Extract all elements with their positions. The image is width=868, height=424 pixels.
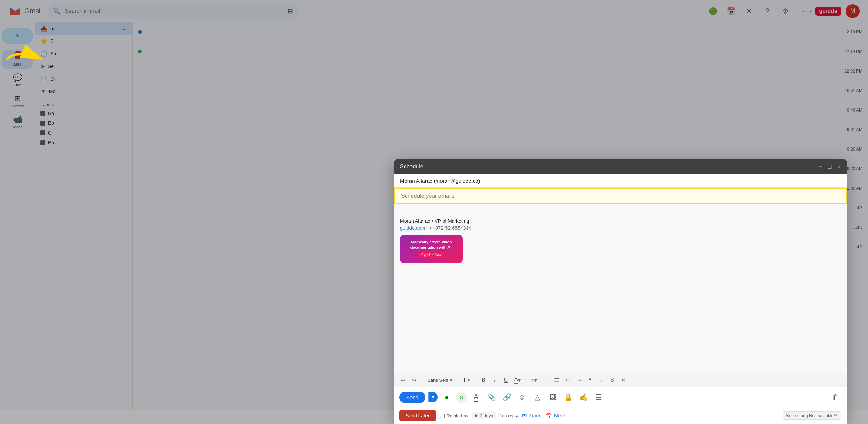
strikethrough-btn[interactable]: S (607, 375, 617, 385)
italic-btn[interactable]: I (490, 375, 500, 385)
remind-days[interactable]: in 2 days (472, 412, 496, 419)
blockquote-btn[interactable]: ❝ (585, 375, 595, 385)
sig-img-text: Magically create video documentation wit… (403, 240, 459, 250)
modal-close-btn[interactable]: × (837, 163, 841, 171)
underline-btn[interactable]: U (501, 375, 511, 385)
modal-header: Schedule − □ × (394, 159, 847, 174)
action-bar: Send ▾ ● G A 📎 🔗 ☺ △ 🖼 🔒 ✍ ☰ ⋮ 🗑 (394, 387, 847, 407)
more-options-btn[interactable]: ⋮ (608, 391, 620, 403)
sign-btn[interactable]: ✍ (577, 391, 590, 403)
bulleted-list-btn[interactable]: ☰ (552, 375, 561, 385)
bold-btn[interactable]: B (479, 375, 489, 385)
signature-separator: -- (400, 210, 841, 215)
bg-color-btn[interactable]: A (470, 391, 482, 403)
grammarly-btn[interactable]: G (456, 392, 467, 403)
font-size-select[interactable]: TT ▾ (456, 376, 473, 385)
redo-btn[interactable]: ↪ (409, 375, 419, 385)
remind-me-checkbox[interactable] (440, 414, 445, 418)
align-btn[interactable]: ≡▾ (529, 375, 539, 385)
text-color-btn[interactable]: A▾ (512, 375, 523, 385)
meet-footer-btn[interactable]: 📅 Meet (545, 412, 565, 419)
modal-body[interactable]: -- Moran Altarac • VP of Marketing guidd… (394, 204, 847, 373)
modal-controls: − □ × (818, 163, 841, 171)
send-dropdown-btn[interactable]: ▾ (428, 392, 438, 402)
track-btn[interactable]: ✉ Track (522, 412, 541, 419)
undo-btn[interactable]: ↩ (398, 375, 408, 385)
subject-input[interactable] (394, 188, 847, 204)
track-icon: ✉ (522, 412, 527, 419)
remind-label: Remind me (447, 413, 470, 418)
fmt-divider-3 (526, 377, 526, 384)
font-family-select[interactable]: Sans Serif ▾ (425, 376, 455, 384)
guidde-action-btn[interactable]: ● (440, 391, 453, 403)
if-no-reply-label: if no reply (498, 413, 518, 418)
meet-icon-footer: 📅 (545, 412, 552, 419)
sig-signup-btn[interactable]: Sign Up Now (418, 252, 445, 258)
delete-btn[interactable]: 🗑 (829, 391, 841, 403)
attachment-btn[interactable]: 📎 (485, 391, 498, 403)
modal-to-field: Moran Altarac (moran@guidde.co) (394, 174, 847, 188)
drive-btn[interactable]: △ (531, 391, 544, 403)
modal-title: Schedule (400, 164, 423, 170)
signature-banner: Magically create video documentation wit… (400, 235, 463, 263)
link-btn[interactable]: 🔗 (500, 391, 513, 403)
remind-me-section: Remind me in 2 days if no reply (440, 412, 518, 419)
arrow-annotation (3, 45, 45, 73)
modal-maximize-btn[interactable]: □ (828, 163, 832, 171)
photo-btn[interactable]: 🖼 (546, 391, 559, 403)
boomerang-badge: Boomerang Responsable™ (783, 411, 841, 420)
numbered-list-btn[interactable]: ≡ (541, 375, 550, 385)
meet-label: Meet (554, 413, 565, 418)
fmt-divider-1 (422, 377, 422, 384)
signature-website[interactable]: guidde.com (400, 225, 425, 231)
footer-bar: Send Later Remind me in 2 days if no rep… (394, 407, 847, 424)
survey-btn[interactable]: ☰ (592, 391, 605, 403)
to-value: Moran Altarac (moran@guidde.co) (400, 178, 480, 184)
font-size-chevron: ▾ (468, 378, 470, 383)
lock-btn[interactable]: 🔒 (562, 391, 574, 403)
chevron-down-icon: ▾ (450, 378, 452, 383)
line-spacing-btn[interactable]: ↕ (596, 375, 606, 385)
send-button[interactable]: Send (399, 392, 425, 403)
compose-modal: Schedule − □ × Moran Altarac (moran@guid… (394, 159, 847, 424)
signature-phone: • +972-52-6554344 (429, 225, 471, 231)
remove-formatting-btn[interactable]: ✕ (619, 375, 628, 385)
indent-less-btn[interactable]: ⇐ (563, 375, 573, 385)
track-label: Track (529, 413, 541, 418)
formatting-toolbar: ↩ ↪ Sans Serif ▾ TT ▾ B I U A▾ ≡▾ ≡ ☰ ⇐ … (394, 373, 847, 387)
send-later-btn[interactable]: Send Later (399, 410, 436, 421)
signature-name: Moran Altarac • VP of Marketing (400, 218, 841, 224)
emoji-btn[interactable]: ☺ (516, 391, 528, 403)
modal-minimize-btn[interactable]: − (818, 163, 822, 171)
indent-more-btn[interactable]: ⇒ (574, 375, 584, 385)
fmt-divider-2 (476, 377, 476, 384)
